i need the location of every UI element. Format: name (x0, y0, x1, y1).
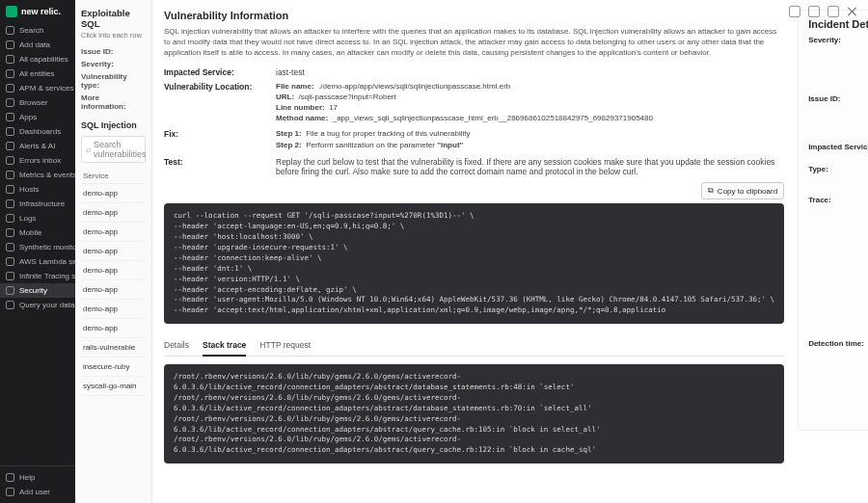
share-icon[interactable] (789, 6, 800, 17)
search-icon: ⌕ (86, 145, 91, 154)
nav-infrastructure[interactable]: Infrastructure (0, 197, 75, 211)
nav-add-user[interactable]: Add user (0, 485, 75, 499)
nav-label: All capabilities (19, 55, 68, 64)
sec-field: More information: (81, 93, 146, 111)
fix-label: Fix: (164, 129, 268, 152)
nav-help[interactable]: Help (0, 470, 75, 485)
test-label: Test: (164, 157, 268, 176)
table-row[interactable]: demo-app (81, 242, 146, 261)
sec-field: Vulnerability type: (81, 72, 146, 90)
location-label: Vulnerability Location: (164, 82, 268, 124)
nav-label: Add user (19, 488, 50, 496)
tab-stack-trace[interactable]: Stack trace (203, 335, 246, 357)
nav-icon (6, 84, 14, 93)
incident-row: Severity:Critical (808, 36, 868, 90)
table-row[interactable]: demo-app (81, 280, 146, 300)
tab-http[interactable]: HTTP request (259, 335, 311, 356)
incident-label: Severity: (808, 36, 868, 90)
table-row[interactable]: demo-app (81, 300, 146, 319)
nav-search[interactable]: Search (0, 23, 75, 38)
nav-icon (6, 69, 14, 78)
nav-icon (6, 113, 14, 121)
nav-hosts[interactable]: Hosts (0, 182, 75, 197)
copy-clipboard-button[interactable]: ⧉ Copy to clipboard (701, 182, 784, 199)
nav-security[interactable]: Security (0, 283, 75, 298)
nav-icon (6, 243, 14, 252)
nav-label: Errors inbox (19, 156, 61, 165)
nav-icon (6, 98, 14, 107)
brand-text: new relic. (21, 7, 61, 16)
search-input[interactable]: ⌕ Search vulnerabilities (81, 136, 146, 163)
table-row[interactable]: demo-app (81, 223, 146, 242)
nav-query[interactable]: Query your data (0, 298, 75, 312)
nav-label: Metrics & events (19, 171, 75, 179)
nav-icon (6, 272, 14, 280)
nav-apm[interactable]: APM & services (0, 81, 75, 95)
nav-label: Synthetic monitoring (19, 243, 75, 252)
nav-icon (6, 488, 14, 496)
nav-all-entities[interactable]: All entities (0, 66, 75, 81)
nav-synthetic[interactable]: Synthetic monitoring (0, 240, 75, 254)
nav-icon (6, 171, 14, 179)
nav-label: Dashboards (19, 127, 61, 136)
nav-label: Apps (19, 113, 37, 121)
table-row[interactable]: demo-app (81, 319, 146, 338)
panel-title: Vulnerability Information (164, 10, 784, 21)
sidebar: new relic. SearchAdd dataAll capabilitie… (0, 0, 75, 503)
nav-label: Infrastructure (19, 199, 65, 208)
close-icon[interactable] (847, 6, 858, 17)
nav-all-capabilities[interactable]: All capabilities (0, 52, 75, 66)
nav-label: Security (19, 286, 47, 295)
table-row[interactable]: syscall-go-main (81, 377, 146, 396)
nav-alerts[interactable]: Alerts & AI (0, 139, 75, 153)
link-icon[interactable] (827, 6, 839, 17)
nav-label: Browser (19, 98, 47, 107)
nav-errors[interactable]: Errors inbox (0, 153, 75, 168)
nav-label: All entities (19, 69, 54, 78)
table-row[interactable]: insecure-ruby (81, 357, 146, 377)
nav-icon (6, 26, 14, 35)
nav-logs[interactable]: Logs (0, 211, 75, 225)
stack-trace: /root/.rbenv/versions/2.6.0/lib/ruby/gem… (164, 364, 784, 463)
nav-mobile[interactable]: Mobile (0, 225, 75, 240)
panel-actions (789, 6, 858, 17)
location-block: File name: ./demo-app/app/views/sqli/sql… (276, 82, 653, 124)
nav-label: Search (19, 26, 43, 35)
incident-title: Incident Details (808, 18, 868, 30)
nav-browser[interactable]: Browser (0, 95, 75, 110)
table-row[interactable]: demo-app (81, 184, 146, 203)
sec-subhead: SQL Injection (81, 120, 146, 130)
detail-panel: Vulnerability Information SQL injection … (152, 0, 868, 503)
fix-steps: Step 1: File a bug for proper tracking o… (276, 129, 470, 152)
nav-icon (6, 55, 14, 64)
nav-icon (6, 257, 14, 266)
nav-icon (6, 228, 14, 237)
impacted-label: Impacted Service: (164, 67, 268, 77)
nav-dashboards[interactable]: Dashboards (0, 124, 75, 139)
sec-title: Exploitable SQL (81, 8, 146, 29)
nav-list: SearchAdd dataAll capabilitiesAll entiti… (0, 23, 75, 465)
table-row[interactable]: demo-app (81, 261, 146, 280)
search-placeholder: Search vulnerabilities (94, 140, 147, 159)
nav-icon (6, 286, 14, 295)
nav-add-data[interactable]: Add data (0, 38, 75, 52)
impacted-value: iast-test (276, 67, 305, 77)
tab-details[interactable]: Details (164, 335, 189, 356)
nav-icon (6, 127, 14, 136)
nav-label: Infinite Tracing settings (19, 272, 75, 280)
nav-tracing[interactable]: Infinite Tracing settings (0, 269, 75, 283)
nav-metrics[interactable]: Metrics & events (0, 168, 75, 182)
incident-label: Detection time: (808, 339, 868, 417)
nav-icon (6, 142, 14, 150)
incident-details: Incident Details Severity:CriticalIssue … (798, 10, 868, 431)
mail-icon[interactable] (808, 6, 820, 17)
nav-icon (6, 301, 14, 309)
table-row[interactable]: demo-app (81, 203, 146, 223)
nav-label: Query your data (19, 301, 74, 309)
nav-label: Help (19, 473, 35, 482)
table-row[interactable]: rails-vulnerable (81, 338, 146, 357)
brand[interactable]: new relic. (0, 0, 75, 23)
incident-row: Type:SQL Injection (808, 165, 868, 191)
nav-lambda[interactable]: AWS Lambda serverless (0, 254, 75, 269)
nav-apps[interactable]: Apps (0, 110, 75, 124)
